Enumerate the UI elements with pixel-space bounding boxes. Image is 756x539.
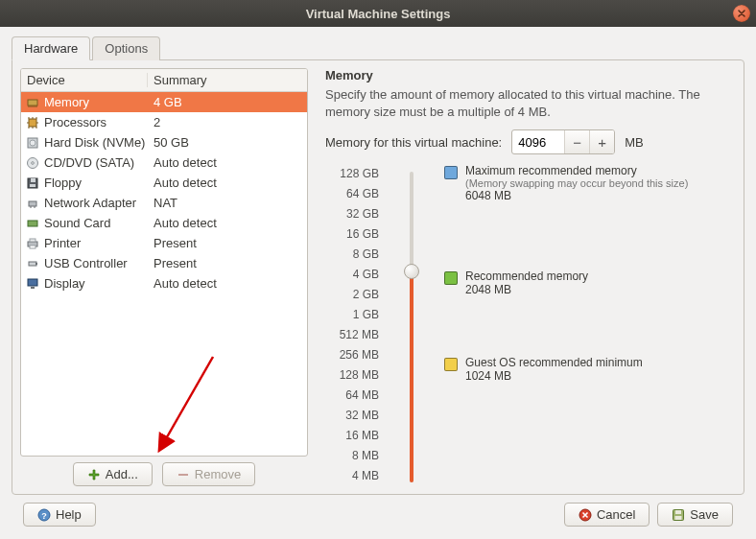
title-bar: Virtual Machine Settings [0,0,756,27]
memory-slider[interactable] [396,172,427,486]
device-name: USB Controller [44,256,128,270]
svg-rect-8 [30,184,35,187]
table-row[interactable]: Processors2 [21,112,307,132]
memory-unit: MB [625,135,644,150]
svg-rect-7 [31,178,35,182]
device-summary: Auto detect [148,216,307,230]
table-row[interactable]: CD/DVD (SATA)Auto detect [21,152,307,173]
svg-rect-17 [31,287,35,289]
cancel-label: Cancel [597,507,635,522]
device-name: Network Adapter [44,196,136,210]
slider-tick-label: 4 MB [325,466,379,486]
device-summary: Present [148,236,307,250]
svg-point-3 [30,140,35,146]
slider-tick-label: 16 MB [325,426,379,446]
save-icon [672,508,685,522]
square-icon [444,166,458,179]
device-name: Floppy [44,176,82,190]
network-icon [25,196,40,211]
device-summary: Auto detect [148,176,307,190]
slider-tick-label: 16 GB [325,224,379,245]
spinner-decrement[interactable]: − [564,130,589,153]
close-button[interactable] [733,5,750,22]
legend-max: Maximum recommended memory (Memory swapp… [444,164,688,202]
device-summary: Present [148,256,307,270]
floppy-icon [25,176,40,191]
device-summary: Auto detect [148,276,307,291]
device-name: Sound Card [44,216,110,230]
table-header: Device Summary [21,69,307,92]
device-summary: 50 GB [148,135,307,150]
help-icon: ? [37,508,51,522]
legend-max-sub: (Memory swapping may occur beyond this s… [465,177,688,189]
table-row[interactable]: FloppyAuto detect [21,173,307,193]
tab-bar: Hardware Options [12,36,744,60]
device-summary: 4 GB [148,95,307,109]
svg-rect-19 [178,474,188,476]
table-row[interactable]: Memory4 GB [21,92,307,112]
cancel-icon [579,508,592,522]
usb-icon [25,256,40,271]
legend-rec-value: 2048 MB [465,283,588,296]
svg-rect-24 [675,510,681,514]
legend-min-title: Guest OS recommended minimum [465,356,643,369]
device-summary: 2 [148,115,307,129]
slider-tick-label: 256 MB [325,345,379,365]
cpu-icon [25,115,40,130]
svg-rect-10 [28,221,37,226]
slider-fill [410,270,413,482]
svg-text:?: ? [41,510,47,520]
col-summary[interactable]: Summary [148,73,307,87]
save-button[interactable]: Save [657,503,733,527]
device-name: Printer [44,236,81,250]
slider-tick-label: 4 GB [325,265,379,285]
device-name: Processors [44,115,106,129]
cd-icon [25,155,40,171]
memory-description: Specify the amount of memory allocated t… [325,86,730,120]
table-row[interactable]: USB ControllerPresent [21,253,307,273]
slider-tick-label: 1 GB [325,305,379,325]
table-row[interactable]: Sound CardAuto detect [21,213,307,233]
sound-icon [25,216,40,231]
legend-min-value: 1024 MB [465,369,643,383]
add-button[interactable]: Add... [73,462,153,486]
table-row[interactable]: Hard Disk (NVMe)50 GB [21,132,307,152]
cancel-button[interactable]: Cancel [564,503,650,527]
tab-options[interactable]: Options [92,36,160,60]
svg-point-5 [32,161,35,164]
svg-rect-12 [30,239,35,242]
memory-title: Memory [325,68,730,82]
square-icon [444,358,458,371]
printer-icon [25,236,40,251]
col-device[interactable]: Device [21,73,148,87]
slider-tick-label: 32 MB [325,406,379,426]
slider-tick-label: 64 GB [325,184,379,204]
slider-thumb[interactable] [404,264,419,279]
slider-tick-label: 512 MB [325,325,379,345]
legend-max-value: 6048 MB [465,189,688,202]
disk-icon [25,135,40,151]
svg-rect-9 [29,201,36,206]
table-row[interactable]: PrinterPresent [21,233,307,253]
minus-icon [177,468,190,481]
tab-hardware[interactable]: Hardware [12,36,90,60]
memory-label: Memory for this virtual machine: [325,135,502,150]
svg-line-18 [160,357,213,449]
help-label: Help [56,507,82,522]
svg-rect-15 [35,263,37,265]
svg-rect-14 [29,262,36,266]
device-name: Display [44,276,85,291]
device-table: Device Summary Memory4 GBProcessors2Hard… [20,68,308,457]
slider-tick-label: 8 MB [325,446,379,466]
svg-rect-13 [30,246,35,248]
legend-max-title: Maximum recommended memory [465,164,688,177]
help-button[interactable]: ? Help [23,503,96,527]
close-icon [737,9,746,18]
window-title: Virtual Machine Settings [306,7,451,21]
table-row[interactable]: Network AdapterNAT [21,193,307,213]
spinner-increment[interactable]: + [589,130,614,153]
remove-button[interactable]: Remove [162,462,255,486]
tab-panel-hardware: Device Summary Memory4 GBProcessors2Hard… [12,59,744,495]
memory-input[interactable] [512,130,564,153]
table-row[interactable]: DisplayAuto detect [21,273,307,293]
